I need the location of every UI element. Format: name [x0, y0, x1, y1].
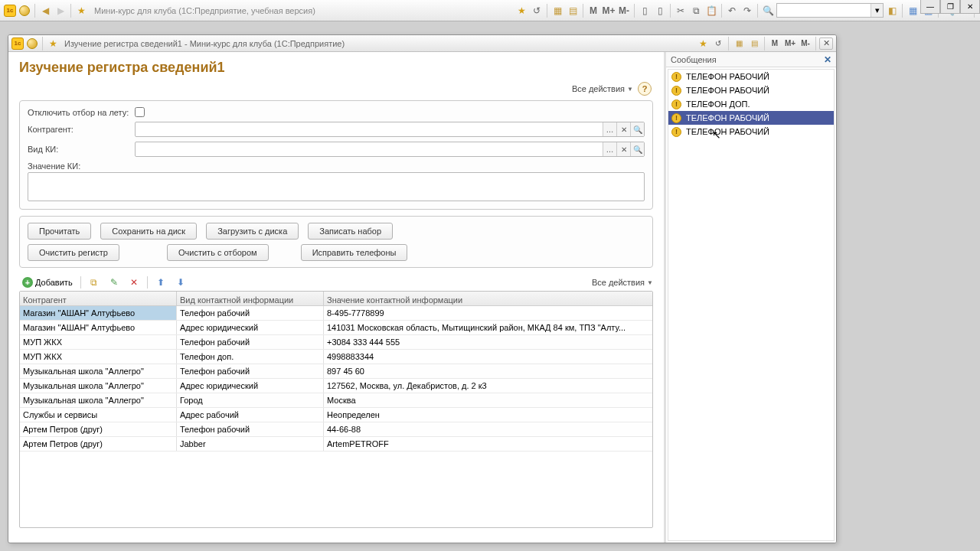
favorites-icon[interactable] — [74, 4, 88, 18]
chevron-down-icon: ▼ — [627, 86, 633, 93]
inner-window: 1c Изучение регистра сведений1 - Мини-ку… — [8, 34, 837, 543]
clear-register-button[interactable]: Очистить регистр — [28, 244, 119, 261]
table-cell: Телефон доп. — [177, 350, 324, 364]
all-actions-top[interactable]: Все действия ▼ — [572, 84, 633, 93]
table-cell: Магазин "АШАН" Алтуфьево — [20, 306, 177, 320]
message-item[interactable]: !ТЕЛЕФОН ДОП. — [668, 97, 834, 111]
input-select-button2[interactable]: … — [603, 142, 616, 156]
paste-icon[interactable]: 📋 — [704, 4, 718, 18]
input-select-button[interactable]: … — [603, 122, 616, 136]
m-button[interactable]: M — [586, 4, 600, 18]
window-maximize[interactable]: ❐ — [940, 0, 960, 14]
table-cell: Музыкальная школа "Аллегро" — [20, 393, 177, 407]
ci-value-textarea[interactable] — [28, 172, 645, 201]
inner-calc-icon[interactable]: ▦ — [732, 37, 746, 50]
table-row[interactable]: Магазин "АШАН" АлтуфьевоТелефон рабочий8… — [20, 306, 652, 321]
input-clear-button[interactable]: ✕ — [616, 122, 630, 136]
clear-filter-button[interactable]: Очистить с отбором — [167, 244, 269, 261]
inner-menu-button[interactable] — [25, 37, 39, 50]
cut-icon[interactable]: ✂ — [674, 4, 688, 18]
nav-panel-icon[interactable]: ◧ — [885, 4, 899, 18]
window-minimize[interactable]: — — [920, 0, 940, 14]
app-title: Мини-курс для клуба (1С:Предприятие, уче… — [94, 6, 315, 15]
write-set-button[interactable]: Записать набор — [308, 223, 393, 240]
search-field[interactable]: ▾ — [776, 3, 884, 18]
edit-row-button[interactable]: ✎ — [106, 276, 122, 289]
copy-row-button[interactable]: ⧉ — [86, 276, 103, 289]
window-close[interactable]: ✕ — [960, 0, 980, 14]
fix-phones-button[interactable]: Исправить телефоны — [301, 244, 408, 261]
history-icon[interactable]: ↺ — [530, 4, 544, 18]
ci-type-input[interactable] — [136, 142, 603, 156]
nav-fwd-button[interactable]: ▶ — [54, 4, 67, 18]
save-disk-button[interactable]: Сохранить на диск — [100, 223, 197, 240]
table-cell: +3084 333 444 555 — [324, 335, 652, 349]
messages-list[interactable]: !ТЕЛЕФОН РАБОЧИЙ!ТЕЛЕФОН РАБОЧИЙ!ТЕЛЕФОН… — [668, 69, 835, 541]
table-cell: Неопределен — [324, 408, 652, 422]
calendar-icon[interactable]: ▤ — [566, 4, 580, 18]
inner-mminus-button[interactable]: M- — [799, 37, 812, 50]
all-actions-label: Все действия — [572, 84, 625, 93]
messages-close-button[interactable]: ✕ — [824, 54, 831, 65]
inner-fav2-icon[interactable] — [696, 37, 710, 50]
view1-icon[interactable]: ▦ — [906, 4, 920, 18]
table-cell: 897 45 60 — [324, 364, 652, 378]
table-row[interactable]: Артем Петров (друг)JabberArtemPETROFF — [20, 437, 652, 452]
calc-icon[interactable]: ▦ — [550, 4, 564, 18]
data-table[interactable]: Контрагент Вид контактной информации Зна… — [19, 291, 653, 528]
doc-open-icon[interactable]: ▯ — [653, 4, 667, 18]
table-cell: 8-495-7778899 — [324, 306, 652, 320]
copy-icon[interactable]: ⧉ — [689, 4, 703, 18]
inner-m-button[interactable]: M — [768, 37, 782, 50]
table-row[interactable]: Музыкальная школа "Аллегро"ГородМосква — [20, 393, 652, 408]
message-item[interactable]: !ТЕЛЕФОН РАБОЧИЙ — [668, 70, 834, 83]
col-counterparty[interactable]: Контрагент — [20, 292, 177, 305]
inner-hist-icon[interactable]: ↺ — [711, 37, 725, 50]
add-label: Добавить — [35, 278, 73, 287]
col-ci-type[interactable]: Вид контактной информации — [177, 292, 324, 305]
inner-cal-icon[interactable]: ▤ — [747, 37, 761, 50]
read-button[interactable]: Прочитать — [28, 223, 91, 240]
table-row[interactable]: МУП ЖКХТелефон рабочий+3084 333 444 555 — [20, 335, 652, 350]
message-item[interactable]: !ТЕЛЕФОН РАБОЧИЙ — [668, 83, 834, 97]
warning-icon: ! — [671, 113, 681, 123]
help-button[interactable]: ? — [638, 82, 652, 96]
inner-close-button[interactable]: ✕ — [819, 37, 833, 50]
table-cell: Музыкальная школа "Аллегро" — [20, 379, 177, 393]
add-row-button[interactable]: + Добавить — [19, 276, 76, 289]
fav2-icon[interactable] — [514, 4, 528, 18]
nav-back-button[interactable]: ◀ — [38, 4, 52, 18]
table-row[interactable]: Музыкальная школа "Аллегро"Телефон рабоч… — [20, 364, 652, 379]
table-row[interactable]: МУП ЖКХТелефон доп.4998883344 — [20, 350, 652, 364]
table-row[interactable]: Службы и сервисыАдрес рабочийНеопределен — [20, 408, 652, 422]
message-item[interactable]: !ТЕЛЕФОН РАБОЧИЙ — [668, 125, 834, 139]
load-disk-button[interactable]: Загрузить с диска — [206, 223, 299, 240]
input-lookup-button2[interactable]: 🔍 — [630, 142, 644, 156]
main-menu-button[interactable] — [18, 4, 31, 18]
input-clear-button2[interactable]: ✕ — [616, 142, 630, 156]
move-up-button[interactable]: ⬆ — [152, 276, 169, 289]
warning-icon: ! — [671, 127, 681, 137]
table-cell: Артем Петров (друг) — [20, 437, 177, 451]
inner-fav-icon[interactable] — [46, 37, 60, 50]
input-lookup-button[interactable]: 🔍 — [630, 122, 644, 136]
move-down-button[interactable]: ⬇ — [172, 276, 189, 289]
delete-row-button[interactable]: ✕ — [126, 276, 142, 289]
mplus-button[interactable]: M+ — [602, 4, 616, 18]
undo-icon[interactable]: ↶ — [725, 4, 739, 18]
plus-icon: + — [22, 277, 33, 288]
table-row[interactable]: Артем Петров (друг)Телефон рабочий44-66-… — [20, 422, 652, 437]
message-text: ТЕЛЕФОН РАБОЧИЙ — [686, 86, 769, 95]
message-item[interactable]: !ТЕЛЕФОН РАБОЧИЙ — [668, 111, 834, 125]
counterparty-input[interactable] — [136, 122, 603, 136]
all-actions-table[interactable]: Все действия ▼ — [592, 278, 653, 287]
table-row[interactable]: Музыкальная школа "Аллегро"Адрес юридиче… — [20, 379, 652, 393]
table-row[interactable]: Магазин "АШАН" АлтуфьевоАдрес юридически… — [20, 321, 652, 335]
mminus-button[interactable]: M- — [617, 4, 631, 18]
col-ci-value[interactable]: Значение контактной информации — [324, 292, 652, 305]
doc-new-icon[interactable]: ▯ — [638, 4, 652, 18]
search-icon[interactable]: 🔍 — [761, 4, 775, 18]
inner-mplus-button[interactable]: M+ — [783, 37, 797, 50]
disable-filter-checkbox[interactable] — [135, 107, 145, 117]
redo-icon[interactable]: ↷ — [740, 4, 754, 18]
